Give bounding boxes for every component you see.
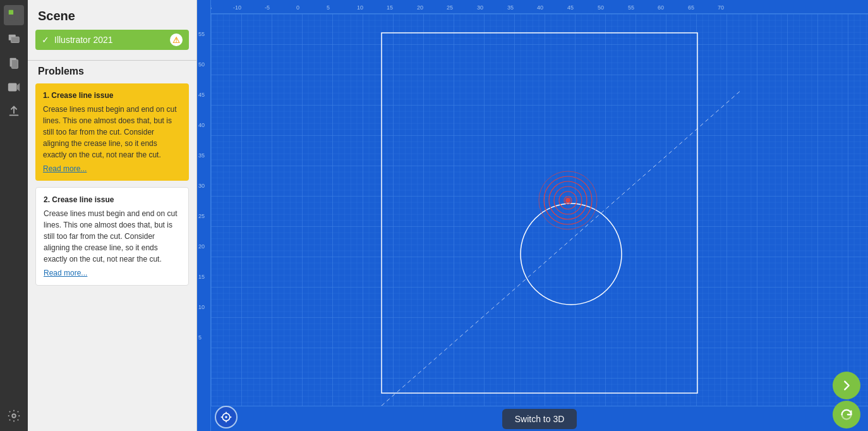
svg-text:10: 10 bbox=[198, 304, 205, 310]
problem-card-2[interactable]: 2. Crease line issue Crease lines must b… bbox=[35, 187, 189, 286]
svg-text:40: 40 bbox=[198, 122, 205, 128]
software-item[interactable]: ✓ Illustrator 2021 ⚠ bbox=[35, 30, 189, 50]
svg-text:30: 30 bbox=[198, 183, 205, 189]
sidebar bbox=[0, 0, 28, 431]
problems-heading: Problems bbox=[28, 66, 196, 83]
divider bbox=[28, 60, 196, 61]
canvas-drawing-area[interactable] bbox=[211, 14, 868, 406]
problem-title-1: 1. Crease line issue bbox=[43, 90, 181, 101]
svg-text:-10: -10 bbox=[233, 4, 241, 11]
warning-icon: ⚠ bbox=[170, 33, 183, 46]
svg-text:0: 0 bbox=[296, 4, 299, 11]
switch-3d-button[interactable]: Switch to 3D bbox=[502, 409, 577, 429]
settings-icon[interactable] bbox=[4, 406, 24, 426]
refresh-button[interactable] bbox=[833, 401, 860, 428]
check-icon: ✓ bbox=[42, 35, 49, 45]
svg-marker-9 bbox=[17, 83, 20, 92]
svg-text:15: 15 bbox=[198, 274, 205, 280]
svg-point-11 bbox=[12, 414, 16, 418]
files-icon[interactable] bbox=[4, 53, 24, 73]
read-more-1[interactable]: Read more... bbox=[43, 163, 87, 174]
svg-rect-1 bbox=[15, 10, 19, 15]
svg-text:60: 60 bbox=[658, 4, 664, 11]
svg-text:25: 25 bbox=[198, 213, 205, 219]
svg-text:5: 5 bbox=[198, 334, 202, 341]
svg-rect-8 bbox=[8, 83, 17, 92]
svg-text:65: 65 bbox=[688, 4, 694, 11]
target-button[interactable] bbox=[215, 406, 238, 428]
main-canvas: -15 -10 -5 0 5 10 15 20 25 30 35 40 45 5… bbox=[197, 0, 868, 431]
page-title: Scene bbox=[28, 0, 196, 30]
svg-rect-42 bbox=[211, 14, 868, 406]
svg-text:15: 15 bbox=[387, 4, 393, 11]
svg-point-52 bbox=[565, 198, 570, 203]
svg-text:70: 70 bbox=[718, 4, 724, 11]
problem-card-1[interactable]: 1. Crease line issue Crease lines must b… bbox=[35, 83, 189, 181]
svg-text:40: 40 bbox=[537, 4, 543, 11]
svg-text:50: 50 bbox=[198, 61, 205, 68]
svg-text:35: 35 bbox=[198, 152, 205, 159]
svg-text:45: 45 bbox=[567, 4, 574, 11]
layers-icon[interactable] bbox=[4, 29, 24, 49]
svg-rect-2 bbox=[9, 16, 13, 20]
left-panel: Scene ✓ Illustrator 2021 ⚠ Problems 1. C… bbox=[28, 0, 197, 431]
svg-text:55: 55 bbox=[198, 31, 205, 37]
svg-text:20: 20 bbox=[417, 4, 423, 11]
svg-text:50: 50 bbox=[598, 4, 604, 11]
svg-text:25: 25 bbox=[447, 4, 453, 11]
svg-text:30: 30 bbox=[477, 4, 483, 11]
upload-icon[interactable] bbox=[4, 101, 24, 121]
problem-desc-1: Crease lines must begin and end on cut l… bbox=[43, 104, 181, 161]
svg-rect-3 bbox=[15, 16, 19, 20]
svg-text:55: 55 bbox=[628, 4, 634, 11]
ruler-top: -15 -10 -5 0 5 10 15 20 25 30 35 40 45 5… bbox=[197, 0, 868, 14]
svg-text:-5: -5 bbox=[265, 4, 270, 11]
svg-text:35: 35 bbox=[507, 4, 514, 11]
ruler-left: 55 50 45 40 35 30 25 20 15 10 5 bbox=[197, 0, 211, 431]
problem-title-2: 2. Crease line issue bbox=[44, 194, 181, 205]
bottom-bar: Switch to 3D bbox=[211, 406, 868, 431]
app-logo-icon[interactable] bbox=[4, 5, 24, 25]
problem-desc-2: Crease lines must begin and end on cut l… bbox=[44, 208, 181, 265]
svg-rect-7 bbox=[11, 60, 18, 69]
software-name: Illustrator 2021 bbox=[54, 35, 165, 45]
svg-point-54 bbox=[225, 416, 227, 418]
svg-text:10: 10 bbox=[357, 4, 363, 11]
next-button[interactable] bbox=[833, 372, 860, 399]
read-more-2[interactable]: Read more... bbox=[44, 267, 87, 279]
svg-rect-10 bbox=[9, 115, 19, 116]
svg-text:5: 5 bbox=[327, 4, 330, 11]
svg-text:20: 20 bbox=[198, 243, 205, 250]
video-icon[interactable] bbox=[4, 77, 24, 97]
svg-text:45: 45 bbox=[198, 92, 205, 98]
svg-rect-0 bbox=[9, 10, 13, 15]
svg-rect-5 bbox=[11, 37, 19, 42]
